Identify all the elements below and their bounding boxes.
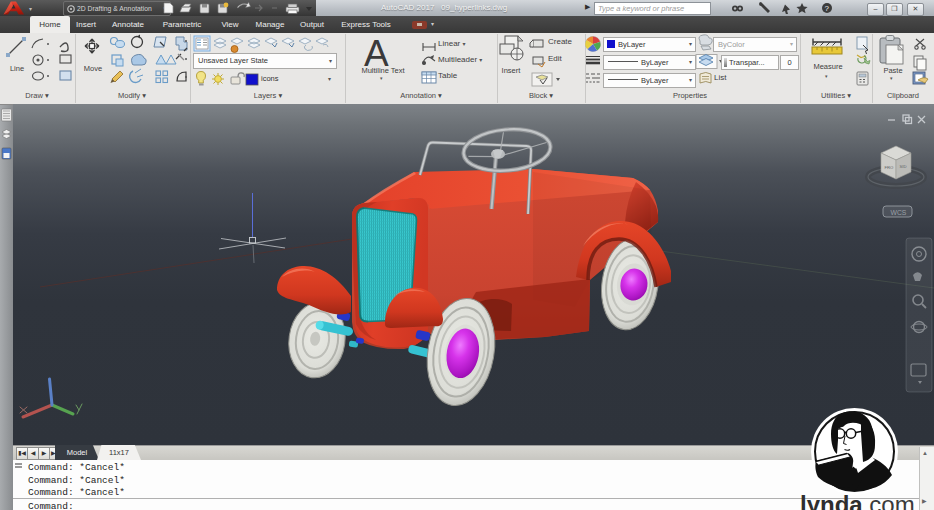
svg-text:WCS: WCS: [891, 209, 907, 216]
svg-text:FRO: FRO: [885, 165, 895, 170]
svg-text:lynda.com: lynda.com: [800, 491, 915, 510]
svg-text:SID: SID: [900, 164, 907, 169]
svg-text:?: ?: [825, 4, 830, 13]
